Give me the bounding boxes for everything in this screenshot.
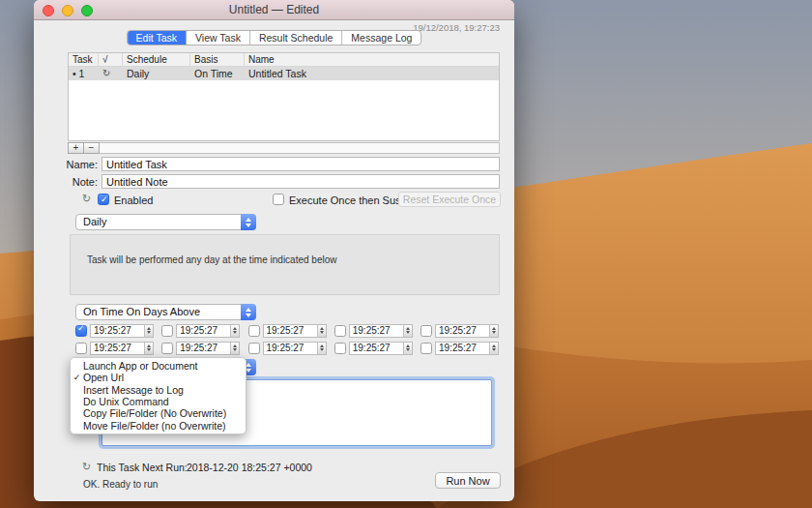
- refresh-icon[interactable]: ↻: [82, 461, 91, 473]
- column-header[interactable]: Basis: [190, 53, 245, 66]
- stepper-icon[interactable]: [230, 343, 239, 354]
- schedule-description: Task will be performed any day at the ti…: [71, 235, 499, 265]
- window-titlebar[interactable]: Untitled — Edited: [34, 0, 514, 20]
- remove-task-button[interactable]: −: [83, 142, 100, 154]
- stepper-icon[interactable]: [230, 325, 239, 337]
- action-menu: Launch App or Document✓Open UrlInsert Me…: [70, 357, 246, 434]
- minimize-button[interactable]: [62, 5, 73, 16]
- time-field[interactable]: 19:25:27: [263, 342, 327, 355]
- time-checkbox[interactable]: [75, 343, 87, 354]
- menu-item[interactable]: Do Unix Command: [71, 396, 246, 407]
- window-content: 19/12/2018, 19:27:23 Edit TaskView TaskR…: [34, 20, 514, 501]
- stepper-icon[interactable]: [144, 325, 153, 337]
- time-checkbox[interactable]: [161, 343, 173, 354]
- note-input[interactable]: [102, 174, 500, 189]
- name-label: Name:: [34, 159, 98, 170]
- time-cell: 19:25:27: [248, 323, 327, 338]
- column-header[interactable]: Task: [69, 53, 99, 66]
- enabled-checkbox[interactable]: [98, 194, 109, 205]
- time-checkbox[interactable]: [75, 325, 87, 337]
- tab-bar: Edit TaskView TaskResult ScheduleMessage…: [127, 30, 422, 45]
- schedule-description-panel: Task will be performed any day at the ti…: [70, 234, 500, 295]
- menu-checkmark: ✓: [71, 373, 83, 382]
- app-window: Untitled — Edited 19/12/2018, 19:27:23 E…: [34, 0, 514, 501]
- stepper-icon[interactable]: [489, 343, 498, 354]
- enabled-label: Enabled: [114, 194, 153, 206]
- dropdown-arrows-icon: [241, 214, 256, 230]
- add-task-button[interactable]: +: [68, 142, 84, 154]
- time-cell: 19:25:27: [161, 341, 240, 355]
- menu-item[interactable]: Copy File/Folder (No Overwrite): [71, 407, 246, 419]
- tab-edit-task[interactable]: Edit Task: [128, 31, 187, 45]
- column-header[interactable]: √: [99, 53, 123, 66]
- reset-execute-once-button[interactable]: Reset Execute Once: [398, 192, 501, 207]
- next-run-label: This Task Next Run:: [97, 462, 188, 473]
- time-field[interactable]: 19:25:27: [349, 324, 413, 338]
- traffic-lights: [43, 5, 93, 16]
- timing-value: On Time On Days Above: [76, 305, 255, 319]
- table-horizontal-scrollbar[interactable]: [68, 142, 500, 154]
- zoom-button[interactable]: [81, 5, 93, 16]
- frequency-dropdown[interactable]: Daily: [75, 214, 256, 230]
- time-field[interactable]: 19:25:27: [176, 342, 240, 355]
- time-checkbox[interactable]: [161, 325, 173, 337]
- column-header[interactable]: Name: [245, 53, 499, 66]
- note-label: Note:: [34, 176, 98, 188]
- tab-view-task[interactable]: View Task: [187, 31, 250, 45]
- menu-item-label: Copy File/Folder (No Overwrite): [83, 407, 246, 419]
- column-header[interactable]: Schedule: [123, 53, 190, 66]
- time-checkbox[interactable]: [334, 325, 346, 337]
- close-button[interactable]: [43, 5, 54, 16]
- table-cell: • 1: [69, 67, 99, 80]
- time-cell: 19:25:27: [420, 323, 499, 338]
- menu-item[interactable]: Move File/Folder (no Overwrite): [71, 419, 246, 431]
- time-cell: 19:25:27: [420, 341, 499, 355]
- name-input[interactable]: [102, 157, 500, 171]
- table-cell: Untitled Task: [245, 67, 499, 80]
- time-field[interactable]: 19:25:27: [435, 324, 499, 338]
- time-checkbox[interactable]: [420, 343, 432, 354]
- time-field[interactable]: 19:25:27: [349, 342, 413, 355]
- stepper-icon[interactable]: [403, 325, 412, 337]
- time-checkbox[interactable]: [334, 343, 346, 354]
- frequency-value: Daily: [76, 215, 255, 229]
- time-checkbox[interactable]: [420, 325, 432, 337]
- time-field[interactable]: 19:25:27: [435, 342, 499, 355]
- menu-item-label: Do Unix Command: [83, 396, 246, 407]
- menu-item[interactable]: Insert Message to Log: [71, 384, 246, 396]
- time-field[interactable]: 19:25:27: [90, 324, 154, 338]
- window-title: Untitled — Edited: [34, 0, 514, 19]
- stepper-icon[interactable]: [317, 343, 326, 354]
- time-field[interactable]: 19:25:27: [90, 342, 154, 355]
- execute-once-checkbox[interactable]: [273, 194, 284, 205]
- time-checkbox[interactable]: [248, 325, 260, 337]
- stepper-icon[interactable]: [489, 325, 498, 337]
- time-cell: 19:25:27: [248, 341, 327, 355]
- tab-message-log[interactable]: Message Log: [342, 31, 420, 45]
- stepper-icon[interactable]: [144, 343, 153, 354]
- repeat-icon: ↻: [99, 67, 123, 80]
- timing-dropdown[interactable]: On Time On Days Above: [75, 304, 256, 320]
- table-cell: On Time: [190, 67, 245, 80]
- menu-item[interactable]: Launch App or Document: [71, 360, 246, 372]
- task-table-header: Task√ScheduleBasisName: [69, 53, 499, 67]
- time-row-2: 19:25:2719:25:2719:25:2719:25:2719:25:27: [75, 341, 499, 355]
- time-cell: 19:25:27: [75, 341, 154, 355]
- menu-item[interactable]: ✓Open Url: [71, 372, 246, 383]
- status-text: OK. Ready to run: [83, 479, 158, 490]
- run-now-button[interactable]: Run Now: [435, 472, 501, 489]
- tab-result-schedule[interactable]: Result Schedule: [250, 31, 342, 45]
- time-cell: 19:25:27: [161, 323, 240, 338]
- refresh-icon[interactable]: ↻: [82, 193, 91, 205]
- stepper-icon[interactable]: [317, 325, 326, 337]
- time-checkbox[interactable]: [248, 343, 260, 354]
- dropdown-arrows-icon: [241, 304, 256, 320]
- time-row-1: 19:25:2719:25:2719:25:2719:25:2719:25:27: [75, 323, 499, 338]
- desktop: Untitled — Edited 19/12/2018, 19:27:23 E…: [0, 0, 812, 508]
- time-field[interactable]: 19:25:27: [176, 324, 240, 338]
- table-row[interactable]: • 1↻DailyOn TimeUntitled Task: [69, 67, 499, 80]
- time-field[interactable]: 19:25:27: [263, 324, 327, 338]
- table-cell: Daily: [123, 67, 190, 80]
- stepper-icon[interactable]: [403, 343, 412, 354]
- next-run-value: 2018-12-20 18:25:27 +0000: [187, 462, 312, 473]
